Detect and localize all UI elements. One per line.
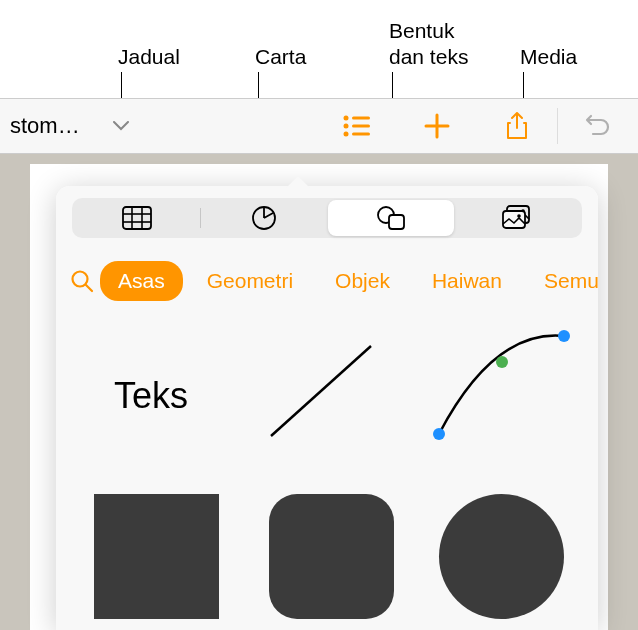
shape-circle[interactable] — [431, 486, 571, 626]
svg-point-0 — [344, 116, 349, 121]
title-chevron-button[interactable] — [105, 110, 137, 142]
shape-rounded-square[interactable] — [261, 486, 401, 626]
line-shape-icon — [256, 331, 386, 451]
svg-line-19 — [86, 285, 92, 291]
chevron-down-icon — [113, 121, 129, 131]
callout-jadual-label: Jadual — [118, 44, 180, 69]
document-title[interactable]: stom… — [0, 113, 100, 139]
callout-media-label: Media — [520, 44, 577, 69]
plus-icon — [424, 113, 450, 139]
svg-point-2 — [344, 124, 349, 129]
text-shape-label: Teks — [114, 375, 188, 417]
insert-popover: Asas Geometri Objek Haiwan Semu Teks — [56, 186, 598, 630]
callout-carta-label: Carta — [255, 44, 306, 69]
insert-button[interactable] — [397, 98, 477, 154]
category-asas[interactable]: Asas — [100, 261, 183, 301]
chart-icon — [251, 205, 277, 231]
segment-shapes[interactable] — [328, 200, 454, 236]
media-icon — [501, 205, 533, 231]
callout-bentuk-label-1: Bentuk — [389, 18, 454, 43]
category-semua[interactable]: Semu — [526, 261, 598, 301]
search-button[interactable] — [70, 263, 94, 299]
curve-shape-icon — [419, 324, 574, 454]
shapes-icon — [376, 205, 406, 231]
svg-rect-3 — [352, 125, 370, 128]
shapes-grid: Teks — [76, 316, 578, 630]
svg-point-23 — [558, 330, 570, 342]
svg-point-4 — [344, 132, 349, 137]
category-geometri[interactable]: Geometri — [189, 261, 311, 301]
svg-rect-1 — [352, 117, 370, 120]
category-haiwan[interactable]: Haiwan — [414, 261, 520, 301]
main-toolbar: stom… — [0, 98, 638, 154]
svg-line-20 — [271, 346, 371, 436]
outline-button[interactable] — [317, 98, 397, 154]
svg-rect-5 — [352, 133, 370, 136]
svg-point-21 — [433, 428, 445, 440]
svg-rect-16 — [503, 211, 525, 228]
square-shape-icon — [94, 494, 219, 619]
svg-point-22 — [496, 356, 508, 368]
segment-table[interactable] — [74, 200, 200, 236]
shape-square[interactable] — [86, 486, 226, 626]
segment-media[interactable] — [454, 200, 580, 236]
search-icon — [70, 269, 94, 293]
svg-rect-13 — [389, 215, 404, 229]
circle-shape-icon — [439, 494, 564, 619]
table-icon — [122, 206, 152, 230]
svg-point-17 — [517, 214, 521, 218]
undo-button[interactable] — [558, 98, 638, 154]
callout-bentuk-label-2: dan teks — [389, 44, 468, 69]
shape-text[interactable]: Teks — [76, 336, 226, 456]
popover-arrow — [286, 176, 310, 188]
category-row: Asas Geometri Objek Haiwan Semu — [56, 256, 598, 306]
share-icon — [506, 112, 528, 140]
list-icon — [343, 115, 371, 137]
shape-line[interactable] — [246, 326, 396, 456]
svg-rect-6 — [123, 207, 151, 229]
rounded-square-shape-icon — [269, 494, 394, 619]
shape-curve[interactable] — [416, 321, 576, 456]
share-button[interactable] — [477, 98, 557, 154]
insert-segmented-control — [72, 198, 582, 238]
segment-chart[interactable] — [201, 200, 327, 236]
category-objek[interactable]: Objek — [317, 261, 408, 301]
undo-icon — [585, 114, 611, 138]
